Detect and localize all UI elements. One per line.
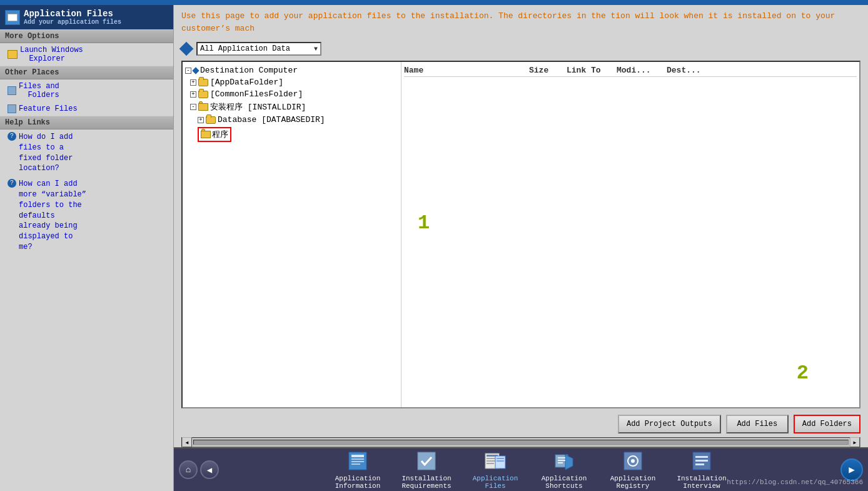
svg-rect-16 (558, 457, 565, 458)
sidebar-app-files-subtitle: Add your application files (24, 19, 121, 26)
svg-rect-2 (351, 458, 364, 460)
sidebar-item-feature-files-label: Feature Files (19, 104, 78, 113)
svg-rect-1 (351, 455, 364, 457)
tree-label-appdatafolder: [AppDataFolder] (210, 78, 283, 87)
nav-app-registry-label: ApplicationRegistry (610, 475, 656, 490)
svg-rect-10 (487, 463, 494, 464)
expand-icon-databasedir[interactable]: + (198, 117, 204, 123)
tree-item-commonfilesfolder[interactable]: + [CommonFilesFolder] (185, 88, 398, 100)
bottom-nav: ⌂ ◀ ApplicationInformation (174, 447, 868, 491)
programs-folder-highlighted: 程序 (198, 127, 231, 142)
scroll-left-arrow[interactable]: ◀ (182, 437, 192, 447)
dropdown-value: All Application Data (200, 44, 290, 53)
sidebar-item-help-add-files[interactable]: ? How do I addfiles to afixed folderloca… (0, 129, 173, 176)
nav-item-install-req[interactable]: InstallationRequirements (398, 450, 455, 490)
content-area: Use this page to add your application fi… (174, 5, 868, 447)
feature-files-icon (8, 104, 16, 113)
svg-rect-18 (558, 462, 563, 463)
folder-open-icon (8, 50, 18, 59)
diamond-indicator (179, 42, 194, 56)
nav-install-interview-label: InstallationInterview (677, 475, 726, 490)
nav-next-button[interactable]: ▶ (840, 458, 863, 481)
folder-icon-commonfilesfolder (198, 91, 208, 98)
horizontal-scrollbar[interactable]: ◀ ▶ (181, 437, 860, 447)
description-text: Use this page to add your application fi… (174, 5, 868, 39)
nav-right-btn: ▶ (835, 458, 868, 481)
svg-rect-13 (497, 460, 504, 462)
file-list-header: Name Size Link To Modi... Dest... (404, 64, 857, 77)
sidebar-item-files-and-folders[interactable]: Files and Folders (0, 79, 173, 102)
add-project-outputs-button[interactable]: Add Project Outputs (618, 415, 721, 433)
nav-app-info-icon (346, 450, 369, 472)
file-browser: - Destination Computer + [AppDataFolder]… (181, 61, 860, 408)
tree-item-programs[interactable]: 程序 (185, 126, 398, 143)
app-data-dropdown[interactable]: All Application Data ▼ (196, 42, 321, 56)
app-files-icon (5, 10, 20, 25)
expand-icon-commonfilesfolder[interactable]: + (190, 91, 196, 98)
nav-back-button[interactable]: ◀ (200, 460, 219, 479)
nav-items: ApplicationInformation InstallationRequi… (224, 450, 835, 490)
nav-install-req-icon (415, 450, 438, 472)
svg-rect-3 (351, 461, 364, 462)
nav-item-app-files[interactable]: ApplicationFiles (467, 450, 523, 490)
button-row: Add Project Outputs Add Files Add Folder… (174, 411, 868, 437)
add-files-button[interactable]: Add Files (726, 415, 789, 433)
tree-label-installdir: 安装程序 [INSTALLDIR] (210, 101, 306, 113)
scrollbar-track[interactable] (193, 440, 849, 445)
sidebar-item-help-variable-folders[interactable]: ? How can I addmore “variable”folders to… (0, 176, 173, 255)
tree-label-databasedir: Database [DATABASEDIR] (218, 115, 325, 124)
tree-item-installdir[interactable]: - 安装程序 [INSTALLDIR] (185, 100, 398, 114)
column-size: Size (529, 66, 567, 75)
svg-rect-17 (558, 460, 565, 461)
folder-open-icon-installdir (198, 103, 208, 111)
svg-rect-23 (695, 456, 708, 458)
sidebar-help-add-files-label: How do I addfiles to afixed folderlocati… (19, 132, 73, 174)
tree-label-destination-computer: Destination Computer (200, 66, 298, 75)
sidebar: Application Files Add your application f… (0, 5, 174, 491)
nav-left-buttons: ⌂ ◀ (174, 460, 224, 479)
collapse-icon-installdir[interactable]: - (190, 104, 196, 110)
tree-item-destination-computer[interactable]: - Destination Computer (185, 64, 398, 76)
column-link-to: Link To (567, 66, 617, 75)
top-banner (0, 0, 868, 5)
nav-install-req-label: InstallationRequirements (401, 475, 451, 490)
nav-app-files-label: ApplicationFiles (473, 475, 518, 490)
sidebar-more-options-header: More Options (0, 29, 173, 43)
sidebar-app-files-header: Application Files Add your application f… (0, 5, 173, 29)
column-modified: Modi... (617, 66, 667, 75)
diamond-icon (192, 67, 199, 74)
nav-home-button[interactable]: ⌂ (179, 460, 198, 479)
tree-label-commonfilesfolder: [CommonFilesFolder] (210, 89, 303, 99)
nav-app-shortcuts-label: ApplicationShortcuts (542, 475, 587, 490)
scroll-right-arrow[interactable]: ▶ (850, 437, 860, 447)
add-folders-button[interactable]: Add Folders (794, 415, 860, 433)
nav-item-app-registry[interactable]: ApplicationRegistry (605, 450, 661, 490)
sidebar-item-launch-label: Launch Windows Explorer (20, 46, 83, 63)
nav-item-app-info[interactable]: ApplicationInformation (330, 450, 386, 490)
toolbar-row: All Application Data ▼ (174, 39, 868, 58)
svg-rect-25 (695, 463, 704, 465)
nav-app-registry-icon (622, 450, 644, 472)
sidebar-help-variable-folders-label: How can I addmore “variable”folders to t… (19, 179, 86, 253)
sidebar-item-feature-files[interactable]: Feature Files (0, 102, 173, 116)
svg-rect-24 (695, 460, 708, 462)
tree-item-appdatafolder[interactable]: + [AppDataFolder] (185, 76, 398, 88)
help-icon-2: ? (8, 179, 16, 188)
dropdown-arrow-icon: ▼ (314, 46, 318, 53)
nav-item-install-interview[interactable]: InstallationInterview (674, 450, 730, 490)
nav-item-app-shortcuts[interactable]: ApplicationShortcuts (536, 450, 592, 490)
sidebar-app-files-title: Application Files (24, 9, 121, 19)
collapse-icon[interactable]: - (185, 68, 191, 74)
svg-point-21 (631, 459, 635, 463)
svg-rect-5 (418, 452, 435, 470)
expand-icon-appdatafolder[interactable]: + (190, 79, 196, 86)
sidebar-help-links-header: Help Links (0, 116, 173, 129)
sidebar-item-launch-windows-explorer[interactable]: Launch Windows Explorer (0, 43, 173, 66)
files-folders-icon (8, 86, 16, 95)
svg-rect-4 (351, 463, 360, 465)
svg-rect-12 (497, 458, 504, 459)
nav-app-files-icon (484, 450, 507, 472)
tree-item-databasedir[interactable]: + Database [DATABASEDIR] (185, 114, 398, 126)
folder-icon-databasedir (206, 116, 216, 124)
column-dest: Dest... (667, 66, 729, 75)
